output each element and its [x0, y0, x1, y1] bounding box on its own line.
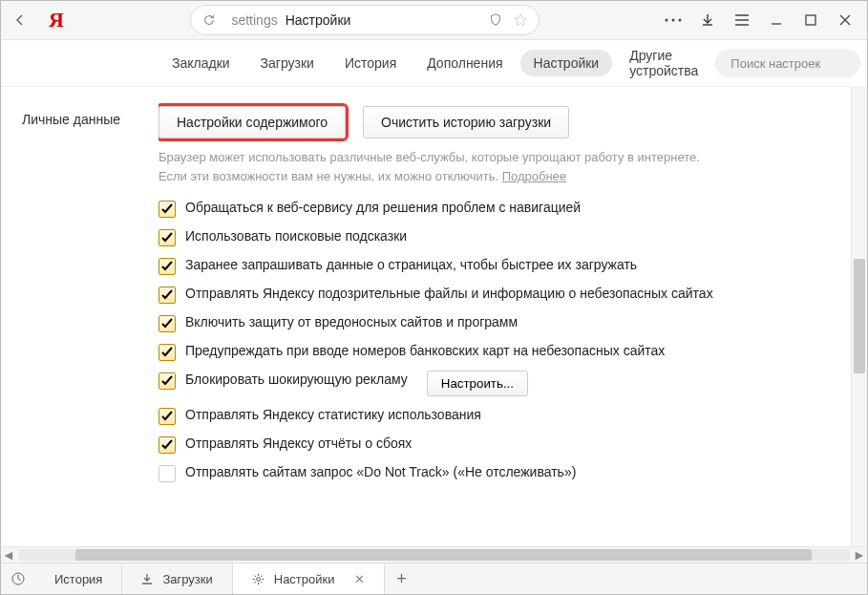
settings-search-placeholder: Поиск настроек — [730, 56, 820, 71]
hscroll-left-icon[interactable]: ◄ — [1, 547, 16, 563]
option-checkbox[interactable] — [159, 408, 176, 425]
vertical-scrollbar[interactable] — [851, 87, 867, 546]
option-label: Включить защиту от вредоносных сайтов и … — [185, 313, 518, 332]
option-label: Предупреждать при вводе номеров банковск… — [185, 342, 665, 361]
option-checkbox[interactable] — [159, 258, 176, 275]
nav-downloads[interactable]: Загрузки — [247, 50, 328, 76]
content: Личные данные Настройки содержимого Очис… — [1, 87, 867, 546]
option-checkbox[interactable] — [159, 344, 176, 361]
nav-bookmarks[interactable]: Закладки — [159, 50, 243, 76]
download-icon — [141, 573, 153, 584]
option-row: Отправлять Яндексу подозрительные файлы … — [159, 285, 838, 304]
content-settings-button[interactable]: Настройки содержимого — [159, 106, 346, 138]
back-button[interactable] — [7, 7, 33, 33]
nav-other-devices[interactable]: Другие устройства — [616, 42, 711, 84]
option-row: Отправлять Яндексу статистику использова… — [159, 406, 838, 425]
nav-addons[interactable]: Дополнения — [413, 50, 516, 76]
nav-settings[interactable]: Настройки — [520, 50, 613, 76]
titlebar: Я settings Настройки — [1, 1, 867, 40]
bookmark-star-icon[interactable] — [514, 13, 527, 27]
option-row: Обращаться к веб-сервису для решения про… — [159, 199, 838, 218]
configure-button[interactable]: Настроить... — [427, 371, 528, 396]
option-label: Отправлять сайтам запрос «Do Not Track» … — [185, 463, 576, 482]
svg-point-1 — [672, 19, 675, 22]
nav-history[interactable]: История — [331, 50, 410, 76]
svg-point-0 — [666, 19, 668, 22]
learn-more-link[interactable]: Подробнее — [502, 169, 566, 183]
option-label: Обращаться к веб-сервису для решения про… — [185, 199, 581, 218]
option-label: Блокировать шокирующую рекламу — [185, 371, 408, 390]
minimize-button[interactable] — [760, 6, 793, 34]
horizontal-scrollbar-thumb[interactable] — [75, 549, 812, 561]
option-checkbox[interactable] — [159, 436, 176, 454]
section-hint: Браузер может использовать различные веб… — [159, 148, 838, 185]
reload-icon[interactable] — [202, 13, 216, 27]
address-url: settings — [231, 12, 277, 28]
settings-main: Настройки содержимого Очистить историю з… — [159, 87, 867, 546]
bottom-tabbar: История Загрузки Настройки ✕ + — [1, 563, 867, 594]
gear-icon — [252, 573, 265, 585]
option-row: Заранее запрашивать данные о страницах, … — [159, 256, 838, 275]
svg-point-5 — [256, 577, 260, 581]
bottom-tab-downloads[interactable]: Загрузки — [122, 563, 232, 594]
option-label: Использовать поисковые подсказки — [185, 227, 407, 246]
bottom-tab-settings[interactable]: Настройки ✕ — [233, 563, 385, 594]
bottom-tab-label: История — [54, 572, 102, 586]
option-checkbox[interactable] — [159, 465, 176, 482]
option-row: Использовать поисковые подсказки — [159, 227, 838, 246]
close-tab-icon[interactable]: ✕ — [354, 572, 365, 586]
option-label: Заранее запрашивать данные о страницах, … — [185, 256, 637, 275]
option-checkbox[interactable] — [159, 201, 176, 218]
bottom-tab-label: Настройки — [274, 572, 335, 586]
option-label: Отправлять Яндексу отчёты о сбоях — [185, 435, 412, 454]
vertical-scrollbar-thumb[interactable] — [854, 259, 865, 373]
clear-history-button[interactable]: Очистить историю загрузки — [363, 106, 569, 138]
svg-rect-3 — [806, 15, 815, 25]
option-label: Отправлять Яндексу подозрительные файлы … — [185, 285, 713, 304]
option-checkbox[interactable] — [159, 315, 176, 332]
address-bar[interactable]: settings Настройки — [190, 5, 540, 35]
option-label: Отправлять Яндексу статистику использова… — [185, 406, 481, 425]
yandex-logo-icon[interactable]: Я — [49, 8, 64, 32]
shield-icon[interactable] — [489, 13, 502, 27]
option-row: Отправлять Яндексу отчёты о сбоях — [159, 435, 838, 454]
address-title: Настройки — [286, 12, 351, 28]
settings-nav: Закладки Загрузки История Дополнения Нас… — [1, 40, 867, 87]
option-checkbox[interactable] — [159, 229, 176, 246]
option-row: Блокировать шокирующую рекламуНастроить.… — [159, 371, 838, 396]
settings-search[interactable]: Поиск настроек — [715, 49, 860, 77]
horizontal-scrollbar[interactable]: ◄ ► — [1, 546, 867, 563]
downloads-icon[interactable] — [691, 6, 724, 34]
browser-window: Я settings Настройки — [0, 0, 868, 595]
option-row: Предупреждать при вводе номеров банковск… — [159, 342, 838, 361]
bottom-tab-label: Загрузки — [162, 572, 212, 586]
section-title: Личные данные — [1, 87, 159, 546]
maximize-button[interactable] — [794, 6, 827, 34]
option-row: Включить защиту от вредоносных сайтов и … — [159, 313, 838, 332]
option-checkbox[interactable] — [159, 372, 176, 390]
new-tab-button[interactable]: + — [385, 569, 419, 589]
clock-icon[interactable] — [1, 572, 35, 585]
option-row: Отправлять сайтам запрос «Do Not Track» … — [159, 463, 838, 482]
svg-point-2 — [679, 19, 682, 22]
option-checkbox[interactable] — [159, 287, 176, 304]
hscroll-right-icon[interactable]: ► — [852, 547, 867, 563]
close-button[interactable] — [829, 6, 861, 34]
menu-icon[interactable] — [726, 6, 758, 34]
bottom-tab-history[interactable]: История — [35, 563, 122, 594]
more-button[interactable] — [657, 6, 689, 34]
